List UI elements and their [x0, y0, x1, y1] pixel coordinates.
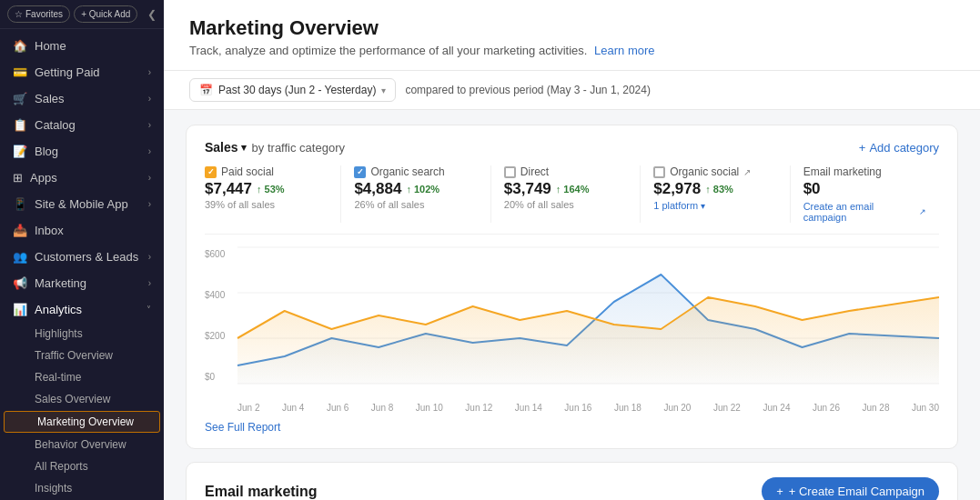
sub-nav-real-time[interactable]: Real-time	[0, 366, 164, 388]
sales-icon: 🛒	[13, 92, 27, 105]
inbox-icon: 📥	[13, 224, 27, 237]
analytics-icon: 📊	[13, 303, 27, 316]
direct-sub: 20% of all sales	[504, 199, 627, 210]
paid-social-label: Paid social	[221, 165, 274, 178]
organic-search-label: Organic search	[370, 165, 444, 178]
see-full-report-link[interactable]: See Full Report	[205, 421, 280, 434]
sidebar-item-site-mobile[interactable]: 📱 Site & Mobile App ›	[0, 191, 164, 217]
page-title: Marketing Overview	[189, 16, 955, 40]
sales-chart-card: Sales ▾ by traffic category + Add catego…	[186, 125, 958, 449]
card-title-group: Sales ▾ by traffic category	[205, 140, 345, 155]
dropdown-icon: ▾	[241, 142, 247, 154]
sidebar-item-blog[interactable]: 📝 Blog ›	[0, 138, 164, 165]
paid-social-change: ↑ 53%	[257, 184, 285, 195]
favorites-button[interactable]: ☆ Favorites	[7, 5, 70, 23]
organic-search-sub: 26% of all sales	[354, 199, 477, 210]
sidebar-item-inbox[interactable]: 📥 Inbox	[0, 217, 164, 244]
direct-label: Direct	[520, 165, 549, 178]
external-link-icon2: ↗	[919, 207, 926, 216]
paid-social-sub: 39% of all sales	[205, 199, 328, 210]
sub-nav-sales-overview[interactable]: Sales Overview	[0, 388, 164, 410]
compare-label: compared to previous period (May 3 - Jun…	[405, 84, 650, 96]
page-subtitle: Track, analyze and optimize the performa…	[189, 44, 955, 57]
card-subtitle: by traffic category	[252, 141, 345, 155]
sidebar: ☆ Favorites + Quick Add ❮ 🏠 Home 💳 Getti…	[0, 0, 164, 500]
date-range-picker[interactable]: 📅 Past 30 days (Jun 2 - Yesterday) ▾	[189, 78, 396, 102]
paid-social-checkbox[interactable]: ✓	[205, 166, 217, 178]
metric-organic-social: Organic social ↗ $2,978 ↑ 83% 1 platform…	[640, 165, 789, 223]
customers-icon: 👥	[13, 250, 27, 264]
content-area: Sales ▾ by traffic category + Add catego…	[164, 110, 980, 500]
blog-icon: 📝	[13, 145, 27, 158]
calendar-icon: 📅	[199, 84, 213, 96]
sub-nav-highlights[interactable]: Highlights	[0, 323, 164, 345]
sidebar-item-home[interactable]: 🏠 Home	[0, 33, 164, 59]
create-email-campaign-button[interactable]: + + Create Email Campaign	[762, 477, 939, 500]
direct-value: $3,749	[504, 180, 551, 198]
chart-area: $600 $400 $200 $0	[205, 247, 939, 397]
email-marketing-value: $0	[803, 180, 821, 198]
create-email-campaign-link[interactable]: Create an email campaign ↗	[803, 201, 926, 223]
organic-social-label: Organic social	[670, 165, 739, 178]
direct-checkbox[interactable]	[504, 166, 516, 178]
sidebar-item-analytics[interactable]: 📊 Analytics ˅	[0, 296, 164, 323]
sidebar-item-marketing[interactable]: 📢 Marketing ›	[0, 270, 164, 296]
collapse-button[interactable]: ❮	[147, 8, 157, 21]
chevron-right-icon: ›	[148, 173, 151, 183]
organic-social-checkbox[interactable]	[653, 166, 665, 178]
dropdown-arrow-icon: ▾	[381, 85, 386, 95]
sidebar-item-customers[interactable]: 👥 Customers & Leads ›	[0, 244, 164, 270]
sidebar-nav: 🏠 Home 💳 Getting Paid › 🛒 Sales › 📋 Cata…	[0, 29, 164, 500]
external-link-icon: ↗	[743, 167, 751, 177]
chevron-right-icon: ›	[148, 278, 151, 288]
organic-search-value: $4,884	[354, 180, 401, 198]
metric-organic-search: ✓ Organic search $4,884 ↑ 102% 26% of al…	[340, 165, 490, 223]
sidebar-top: ☆ Favorites + Quick Add ❮	[0, 0, 164, 29]
organic-social-platform: 1 platform	[653, 200, 698, 211]
organic-social-value: $2,978	[653, 180, 701, 198]
add-category-button[interactable]: + Add category	[859, 141, 939, 155]
home-icon: 🏠	[13, 39, 27, 53]
chevron-right-icon: ›	[148, 146, 151, 156]
learn-more-link[interactable]: Learn more	[594, 44, 654, 57]
paid-social-value: $7,447	[205, 180, 252, 198]
plus-circle-icon: +	[776, 485, 783, 498]
page-header: Marketing Overview Track, analyze and op…	[164, 0, 980, 71]
plus-icon: +	[859, 141, 866, 155]
email-marketing-card: Email marketing + + Create Email Campaig…	[186, 462, 958, 500]
main-content: Marketing Overview Track, analyze and op…	[164, 0, 980, 500]
chevron-right-icon: ›	[148, 199, 151, 209]
sub-nav-insights[interactable]: Insights	[0, 477, 164, 499]
email-marketing-label: Email marketing	[803, 165, 882, 178]
organic-search-change: ↑ 102%	[406, 184, 439, 195]
marketing-icon: 📢	[13, 276, 27, 290]
sidebar-item-apps[interactable]: ⊞ Apps ›	[0, 165, 164, 191]
apps-icon: ⊞	[13, 171, 23, 185]
line-chart	[237, 247, 939, 384]
platform-dropdown-icon[interactable]: ▾	[701, 201, 705, 211]
metric-paid-social: ✓ Paid social $7,447 ↑ 53% 39% of all sa…	[205, 165, 340, 223]
metric-direct: Direct $3,749 ↑ 164% 20% of all sales	[490, 165, 640, 223]
sub-nav-traffic-overview[interactable]: Traffic Overview	[0, 345, 164, 366]
sidebar-item-getting-paid[interactable]: 💳 Getting Paid ›	[0, 59, 164, 85]
getting-paid-icon: 💳	[13, 65, 27, 79]
sidebar-item-catalog[interactable]: 📋 Catalog ›	[0, 112, 164, 138]
organic-social-change: ↑ 83%	[705, 184, 733, 195]
x-axis-labels: Jun 2 Jun 4 Jun 6 Jun 8 Jun 10 Jun 12 Ju…	[237, 403, 939, 413]
card-header: Sales ▾ by traffic category + Add catego…	[205, 140, 939, 155]
chevron-right-icon: ›	[148, 120, 151, 130]
site-mobile-icon: 📱	[13, 197, 27, 211]
quick-add-button[interactable]: + Quick Add	[74, 5, 137, 23]
chevron-right-icon: ›	[148, 252, 151, 262]
email-marketing-title: Email marketing	[205, 484, 318, 500]
sub-nav-marketing-overview[interactable]: Marketing Overview	[4, 411, 160, 433]
sales-dropdown[interactable]: Sales ▾	[205, 140, 247, 155]
filter-bar: 📅 Past 30 days (Jun 2 - Yesterday) ▾ com…	[164, 71, 980, 110]
metrics-row: ✓ Paid social $7,447 ↑ 53% 39% of all sa…	[205, 165, 939, 235]
chevron-down-icon: ˅	[146, 305, 151, 315]
organic-search-checkbox[interactable]: ✓	[354, 166, 366, 178]
sub-nav-behavior-overview[interactable]: Behavior Overview	[0, 434, 164, 455]
sidebar-item-sales[interactable]: 🛒 Sales ›	[0, 85, 164, 112]
catalog-icon: 📋	[13, 118, 27, 132]
sub-nav-all-reports[interactable]: All Reports	[0, 455, 164, 477]
